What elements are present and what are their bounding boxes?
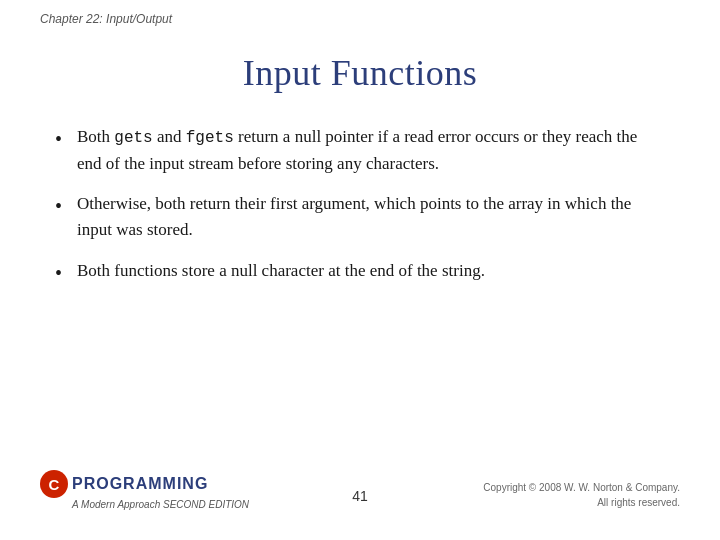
content-area: • Both gets and fgets return a null poin… bbox=[0, 114, 720, 313]
copyright-line2: All rights reserved. bbox=[483, 495, 680, 510]
code-fgets: fgets bbox=[186, 129, 234, 147]
bullet-item-2: • Otherwise, both return their first arg… bbox=[55, 191, 665, 244]
bullet-text-2: Otherwise, both return their first argum… bbox=[77, 191, 665, 244]
logo-cprog: C PROGRAMMING bbox=[40, 470, 208, 498]
bullet-dot-2: • bbox=[55, 191, 77, 222]
bullet-text-3: Both functions store a null character at… bbox=[77, 258, 665, 284]
logo-subtitle: A Modern Approach SECOND EDITION bbox=[72, 499, 249, 510]
logo-c-circle: C bbox=[40, 470, 68, 498]
footer-page-number: 41 bbox=[352, 488, 368, 504]
footer-copyright: Copyright © 2008 W. W. Norton & Company.… bbox=[483, 480, 680, 510]
page-title: Input Functions bbox=[0, 52, 720, 94]
footer-logo: C PROGRAMMING A Modern Approach SECOND E… bbox=[40, 470, 249, 510]
chapter-label: Chapter 22: Input/Output bbox=[40, 12, 172, 26]
copyright-line1: Copyright © 2008 W. W. Norton & Company. bbox=[483, 480, 680, 495]
code-gets: gets bbox=[114, 129, 152, 147]
chapter-header: Chapter 22: Input/Output bbox=[40, 12, 172, 26]
bullet-text-1: Both gets and fgets return a null pointe… bbox=[77, 124, 665, 177]
bullet-item-3: • Both functions store a null character … bbox=[55, 258, 665, 289]
logo-programming-text: PROGRAMMING bbox=[72, 475, 208, 493]
bullet-dot-3: • bbox=[55, 258, 77, 289]
logo-c-letter: C bbox=[49, 476, 60, 493]
slide: Chapter 22: Input/Output Input Functions… bbox=[0, 0, 720, 540]
bullet-dot-1: • bbox=[55, 124, 77, 155]
bullet-item-1: • Both gets and fgets return a null poin… bbox=[55, 124, 665, 177]
